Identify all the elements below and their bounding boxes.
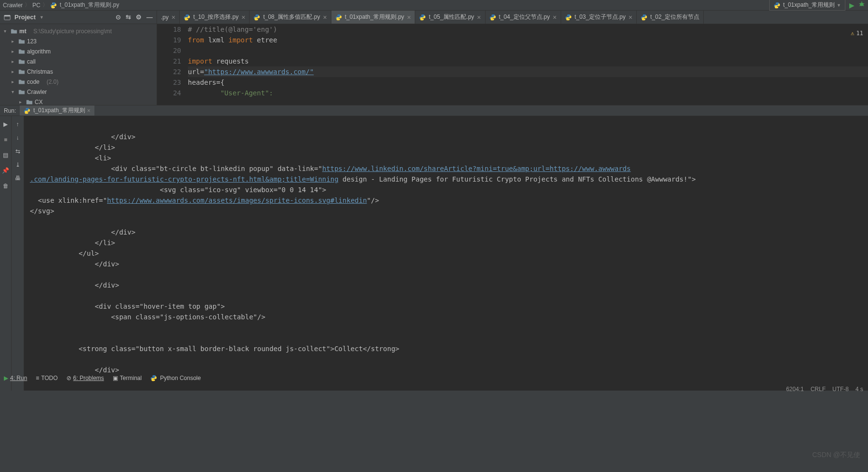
project-tree: ▾ mt S:\Study\picture processing\mt ▸123… (0, 24, 157, 105)
print-icon[interactable]: 🖶 (13, 174, 22, 183)
run-icon[interactable]: ▶ (849, 1, 855, 9)
problems-tool-button[interactable]: ⊘6: Problems (66, 375, 104, 381)
console-line: </li> (30, 144, 115, 151)
target-icon[interactable]: ⊙ (116, 13, 121, 21)
scroll-to-end-icon[interactable]: ⤓ (13, 160, 22, 169)
run-body: ▶ ■ ▤ 📌 🗑 ↑ ↓ ⇆ ⤓ 🖶 </div> </li> <li> <d… (0, 116, 868, 391)
play-icon: ▶ (4, 375, 8, 381)
stop-icon[interactable]: ■ (1, 135, 10, 144)
code-text: etree (253, 36, 277, 44)
tree-item[interactable]: ▸CX (0, 97, 157, 105)
run-toolbar-secondary: ↑ ↓ ⇆ ⤓ 🖶 (12, 116, 24, 391)
svg-point-0 (53, 3, 53, 3)
tree-item[interactable]: ▸Christmas (0, 66, 157, 77)
python-console-tool-button[interactable]: Python Console (150, 375, 201, 381)
tree-item[interactable]: ▾Crawler (0, 87, 157, 97)
todo-icon: ≡ (36, 375, 39, 381)
code-editor[interactable]: 18192021222324 # //title(@lang='eng') fr… (157, 24, 868, 105)
editor-tab[interactable]: t_10_按序选择.py× (180, 11, 250, 24)
close-icon[interactable]: × (171, 13, 175, 21)
editor-tab[interactable]: t_03_定位子节点.py× (561, 11, 637, 24)
code-text: "https://www.awwwards.com/" (204, 68, 314, 76)
warnings-indicator[interactable]: ⚠ 11 (851, 28, 863, 39)
close-icon[interactable]: × (87, 107, 91, 114)
console-link[interactable]: https://www.awwwards.com/assets/images/s… (107, 197, 367, 204)
trash-icon[interactable]: 🗑 (1, 182, 10, 190)
console-link[interactable]: .com/landing-pages-for-futuristic-crypto… (30, 175, 339, 183)
console-line: </svg> (30, 207, 54, 215)
layout-icon[interactable]: ▤ (1, 151, 10, 159)
hide-icon[interactable]: — (146, 13, 153, 21)
tab-label: t_01xpath_常用规则.py (345, 13, 404, 21)
console-line: </div> (30, 133, 135, 141)
breadcrumb-file[interactable]: t_01xpath_常用规则.py (60, 1, 119, 9)
file-encoding[interactable]: UTF-8 (832, 386, 849, 393)
python-icon (419, 14, 426, 21)
tab-label: t_08_属性多值匹配.py (263, 13, 320, 21)
todo-tool-button[interactable]: ≡TODO (36, 375, 57, 381)
soft-wrap-icon[interactable]: ⇆ (13, 147, 22, 156)
tool-label: 4: Run (10, 375, 27, 381)
rerun-icon[interactable]: ▶ (1, 120, 10, 129)
pin-icon[interactable]: 📌 (1, 166, 10, 175)
close-icon[interactable]: × (553, 13, 557, 21)
close-icon[interactable]: × (407, 13, 411, 21)
collapse-icon[interactable]: ⇆ (126, 13, 131, 21)
run-tab[interactable]: t_01xpath_常用规则 × (20, 105, 94, 116)
console-line: <div class="bt-circle bt-linkedin popup"… (30, 165, 322, 172)
debug-icon[interactable] (858, 1, 865, 9)
run-tool-button[interactable]: ▶4: Run (4, 375, 27, 381)
tree-item[interactable]: ▸code (2.0) (0, 77, 157, 87)
tree-item[interactable]: ▸123 (0, 36, 157, 46)
editor-tab[interactable]: .py× (157, 11, 180, 24)
editor-tab[interactable]: t_05_属性匹配.py× (415, 11, 485, 24)
tree-item[interactable]: ▸algorithm (0, 46, 157, 56)
tree-label: Crawler (27, 89, 47, 95)
run-config-dropdown[interactable]: t_01xpath_常用规则 ▼ (769, 0, 845, 11)
code-text: lxml (204, 36, 229, 44)
python-icon (335, 14, 342, 21)
console-line: <svg class="ico-svg" viewbox="0 0 14 14"… (30, 186, 326, 194)
project-header[interactable]: Project ▼ ⊙ ⇆ ⚙ — (0, 11, 157, 24)
breadcrumb-item[interactable]: PC (32, 2, 40, 9)
tree-item[interactable]: ▸call (0, 56, 157, 66)
editor-tab[interactable]: t_04_定位父节点.py× (486, 11, 561, 24)
folder-icon (18, 38, 25, 45)
gear-icon[interactable]: ⚙ (136, 13, 142, 21)
code-lines: # //title(@lang='eng') from lxml import … (186, 24, 868, 105)
caret-position[interactable]: 6204:1 (786, 386, 804, 393)
folder-icon (18, 48, 25, 55)
project-label: Project (14, 13, 36, 21)
tree-label: call (27, 58, 36, 65)
close-icon[interactable]: × (629, 13, 632, 21)
svg-line-6 (860, 5, 861, 6)
indent-setting[interactable]: 4 s (855, 386, 863, 393)
code-text: from (188, 36, 204, 44)
console-link[interactable]: https://www.linkedin.com/shareArticle?mi… (322, 165, 631, 172)
close-icon[interactable]: × (477, 13, 481, 21)
editor-tab[interactable]: t_08_属性多值匹配.py× (250, 11, 331, 24)
breadcrumb-item[interactable]: Crawler (3, 2, 23, 9)
close-icon[interactable]: × (241, 13, 245, 21)
terminal-tool-button[interactable]: ▣Terminal (113, 375, 142, 381)
console-line: </div> (30, 281, 119, 289)
tree-root[interactable]: ▾ mt S:\Study\picture processing\mt (0, 26, 157, 36)
run-config-label: t_01xpath_常用规则 (783, 1, 835, 9)
editor-tab-active[interactable]: t_01xpath_常用规则.py× (331, 11, 416, 24)
chevron-right-icon: 〉 (42, 1, 48, 9)
up-arrow-icon[interactable]: ↑ (13, 120, 22, 129)
chevron-down-icon: ▾ (4, 28, 9, 34)
svg-line-5 (863, 3, 865, 4)
tab-label: .py (161, 14, 169, 21)
console-line: <span class="js-options-collectable"/> (30, 313, 265, 321)
chevron-right-icon: ▸ (12, 69, 16, 74)
console-output[interactable]: </div> </li> <li> <div class="bt-circle … (24, 116, 868, 391)
close-icon[interactable]: × (323, 13, 327, 21)
editor-tab[interactable]: t_02_定位所有节点 (637, 11, 704, 24)
console-line: </div> (30, 228, 135, 236)
editor-area: .py× t_10_按序选择.py× t_08_属性多值匹配.py× t_01x… (157, 11, 868, 105)
line-separator[interactable]: CRLF (811, 386, 826, 393)
down-arrow-icon[interactable]: ↓ (13, 133, 22, 142)
python-icon (24, 107, 30, 114)
chevron-down-icon: ▼ (837, 3, 841, 8)
